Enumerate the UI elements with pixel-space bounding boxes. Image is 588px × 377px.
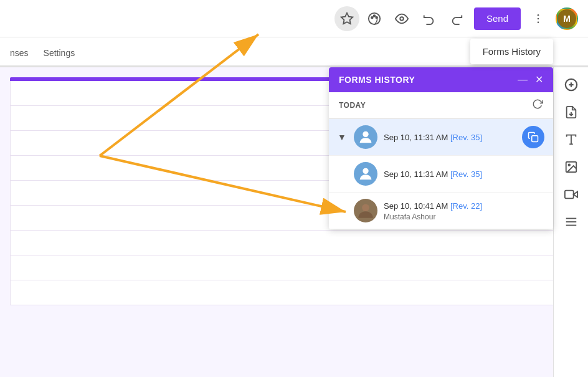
svg-rect-17 <box>564 191 573 199</box>
fh-entry-3-time: Sep 10, 10:41 AM <box>384 201 450 211</box>
tab-nses[interactable]: nses <box>10 48 29 67</box>
forms-history-icon-btn[interactable] <box>334 6 359 31</box>
preview-icon-btn[interactable] <box>389 6 414 31</box>
text-btn[interactable] <box>559 127 584 152</box>
fh-entry-3-name: Mustafa Ashour <box>384 212 544 221</box>
undo-icon-btn[interactable] <box>417 6 442 31</box>
content-row-7 <box>10 231 578 255</box>
tab-settings[interactable]: Settings <box>44 48 75 67</box>
fh-entry-1-time: Sep 10, 11:31 AM <box>384 133 450 142</box>
tooltip-text: Forms History <box>483 46 541 57</box>
svg-point-24 <box>362 204 369 212</box>
fh-entry-3-info: Sep 10, 10:41 AM [Rev. 22] Mustafa Ashou… <box>384 200 544 221</box>
svg-point-2 <box>374 15 376 17</box>
section-btn[interactable] <box>559 209 584 234</box>
svg-point-3 <box>376 16 377 18</box>
svg-point-7 <box>538 21 539 23</box>
fh-entry-1-rev: [Rev. 35] <box>450 133 482 142</box>
fh-entry-1-info: Sep 10, 11:31 AM [Rev. 35] <box>384 131 516 143</box>
fh-entry-1[interactable]: ▼ Sep 10, 11:31 AM [Rev. 35] <box>329 119 553 156</box>
fh-close-btn[interactable]: ✕ <box>535 75 543 85</box>
forms-history-panel: FORMS HISTORY — ✕ TODAY ▼ <box>329 67 553 229</box>
add-element-btn[interactable] <box>559 72 584 97</box>
more-options-btn[interactable] <box>526 6 551 31</box>
forms-history-tooltip: Forms History <box>470 39 553 64</box>
fh-title: FORMS HISTORY <box>339 75 415 85</box>
fh-entry-1-copy-btn[interactable] <box>522 126 544 148</box>
svg-point-1 <box>371 16 373 18</box>
video-btn[interactable] <box>559 182 584 207</box>
fh-entry-3[interactable]: ▼ Sep 10, 10:41 AM [Rev. 22] Mustafa Ash… <box>329 193 553 229</box>
toolbar: Send M <box>0 0 588 37</box>
svg-point-15 <box>568 164 570 166</box>
fh-today-label: TODAY <box>339 101 366 110</box>
fh-subheader: TODAY <box>329 92 553 119</box>
sidebar-toolbar <box>553 67 588 377</box>
fh-entry-2-info: Sep 10, 11:31 AM [Rev. 35] <box>384 168 544 179</box>
toolbar-icons <box>334 6 469 31</box>
fh-entry-3-rev: [Rev. 22] <box>450 201 482 211</box>
content-row-8 <box>10 255 578 280</box>
svg-point-4 <box>400 17 404 21</box>
redo-icon-btn[interactable] <box>444 6 469 31</box>
svg-point-23 <box>363 168 368 174</box>
svg-marker-16 <box>573 191 577 197</box>
svg-rect-22 <box>532 136 538 142</box>
fh-minimize-btn[interactable]: — <box>518 75 528 85</box>
svg-point-21 <box>363 131 368 137</box>
svg-point-5 <box>538 14 539 16</box>
svg-point-6 <box>538 17 539 19</box>
fh-header-controls: — ✕ <box>518 75 543 85</box>
fh-entry-3-avatar <box>354 199 377 222</box>
send-button[interactable]: Send <box>474 7 521 30</box>
user-avatar[interactable]: M <box>556 7 578 30</box>
content-row-9 <box>10 280 578 305</box>
palette-icon-btn[interactable] <box>362 6 387 31</box>
fh-entry-1-avatar <box>354 125 377 149</box>
app-container: Send M nses Settings <box>0 0 588 377</box>
fh-header: FORMS HISTORY — ✕ <box>329 67 553 92</box>
fh-entry-1-chevron: ▼ <box>338 132 348 142</box>
fh-entry-2[interactable]: ▼ Sep 10, 11:31 AM [Rev. 35] <box>329 156 553 193</box>
fh-entry-2-time: Sep 10, 11:31 AM <box>384 169 450 179</box>
fh-refresh-btn[interactable] <box>532 98 543 112</box>
avatar-inner: M <box>557 9 576 28</box>
import-btn[interactable] <box>559 100 584 125</box>
fh-entry-2-rev: [Rev. 35] <box>450 169 482 179</box>
fh-entry-2-avatar <box>354 162 377 186</box>
image-btn[interactable] <box>559 155 584 179</box>
